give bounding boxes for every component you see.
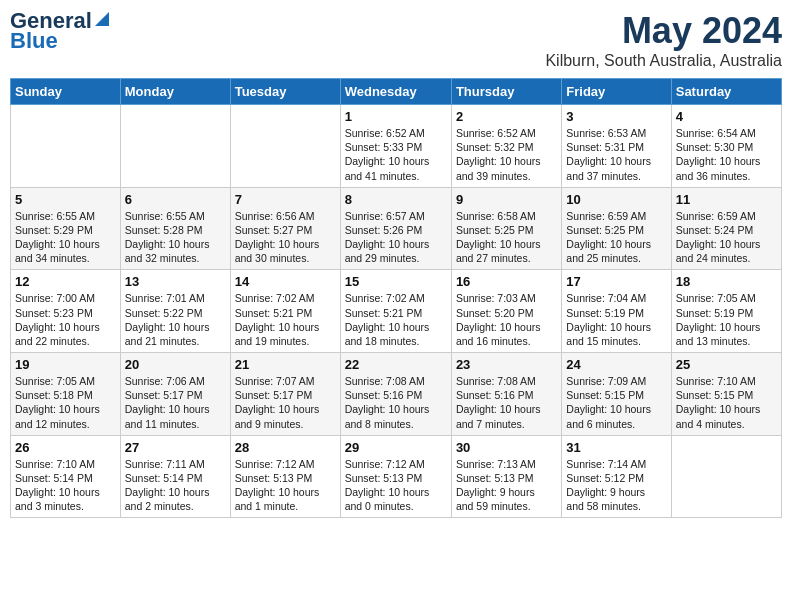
day-info: Sunrise: 7:12 AM Sunset: 5:13 PM Dayligh… [345, 457, 447, 514]
calendar-cell: 26Sunrise: 7:10 AM Sunset: 5:14 PM Dayli… [11, 435, 121, 518]
svg-marker-0 [95, 12, 109, 26]
day-info: Sunrise: 7:07 AM Sunset: 5:17 PM Dayligh… [235, 374, 336, 431]
col-header-thursday: Thursday [451, 79, 561, 105]
day-info: Sunrise: 7:13 AM Sunset: 5:13 PM Dayligh… [456, 457, 557, 514]
day-number: 28 [235, 440, 336, 455]
calendar-cell: 7Sunrise: 6:56 AM Sunset: 5:27 PM Daylig… [230, 187, 340, 270]
col-header-saturday: Saturday [671, 79, 781, 105]
calendar-cell: 2Sunrise: 6:52 AM Sunset: 5:32 PM Daylig… [451, 105, 561, 188]
day-info: Sunrise: 6:56 AM Sunset: 5:27 PM Dayligh… [235, 209, 336, 266]
calendar-cell: 10Sunrise: 6:59 AM Sunset: 5:25 PM Dayli… [562, 187, 671, 270]
day-info: Sunrise: 6:58 AM Sunset: 5:25 PM Dayligh… [456, 209, 557, 266]
day-info: Sunrise: 6:55 AM Sunset: 5:28 PM Dayligh… [125, 209, 226, 266]
day-number: 12 [15, 274, 116, 289]
day-info: Sunrise: 7:00 AM Sunset: 5:23 PM Dayligh… [15, 291, 116, 348]
calendar-cell: 29Sunrise: 7:12 AM Sunset: 5:13 PM Dayli… [340, 435, 451, 518]
col-header-monday: Monday [120, 79, 230, 105]
calendar-cell: 24Sunrise: 7:09 AM Sunset: 5:15 PM Dayli… [562, 353, 671, 436]
day-number: 19 [15, 357, 116, 372]
day-info: Sunrise: 6:59 AM Sunset: 5:25 PM Dayligh… [566, 209, 666, 266]
calendar-cell: 25Sunrise: 7:10 AM Sunset: 5:15 PM Dayli… [671, 353, 781, 436]
day-number: 26 [15, 440, 116, 455]
calendar-cell: 27Sunrise: 7:11 AM Sunset: 5:14 PM Dayli… [120, 435, 230, 518]
day-info: Sunrise: 6:52 AM Sunset: 5:32 PM Dayligh… [456, 126, 557, 183]
day-info: Sunrise: 7:12 AM Sunset: 5:13 PM Dayligh… [235, 457, 336, 514]
month-year-title: May 2024 [545, 10, 782, 52]
calendar-cell [120, 105, 230, 188]
calendar-cell: 20Sunrise: 7:06 AM Sunset: 5:17 PM Dayli… [120, 353, 230, 436]
calendar-cell: 22Sunrise: 7:08 AM Sunset: 5:16 PM Dayli… [340, 353, 451, 436]
calendar-cell [671, 435, 781, 518]
calendar-cell: 11Sunrise: 6:59 AM Sunset: 5:24 PM Dayli… [671, 187, 781, 270]
calendar-cell: 31Sunrise: 7:14 AM Sunset: 5:12 PM Dayli… [562, 435, 671, 518]
calendar-cell: 18Sunrise: 7:05 AM Sunset: 5:19 PM Dayli… [671, 270, 781, 353]
day-number: 3 [566, 109, 666, 124]
day-info: Sunrise: 7:14 AM Sunset: 5:12 PM Dayligh… [566, 457, 666, 514]
header-row: SundayMondayTuesdayWednesdayThursdayFrid… [11, 79, 782, 105]
day-number: 21 [235, 357, 336, 372]
calendar-cell: 14Sunrise: 7:02 AM Sunset: 5:21 PM Dayli… [230, 270, 340, 353]
day-number: 14 [235, 274, 336, 289]
calendar-cell: 1Sunrise: 6:52 AM Sunset: 5:33 PM Daylig… [340, 105, 451, 188]
day-number: 16 [456, 274, 557, 289]
day-info: Sunrise: 7:09 AM Sunset: 5:15 PM Dayligh… [566, 374, 666, 431]
location-subtitle: Kilburn, South Australia, Australia [545, 52, 782, 70]
col-header-sunday: Sunday [11, 79, 121, 105]
day-info: Sunrise: 7:01 AM Sunset: 5:22 PM Dayligh… [125, 291, 226, 348]
day-info: Sunrise: 6:53 AM Sunset: 5:31 PM Dayligh… [566, 126, 666, 183]
calendar-cell: 13Sunrise: 7:01 AM Sunset: 5:22 PM Dayli… [120, 270, 230, 353]
logo: General Blue [10, 10, 111, 52]
day-number: 13 [125, 274, 226, 289]
col-header-friday: Friday [562, 79, 671, 105]
calendar-cell: 17Sunrise: 7:04 AM Sunset: 5:19 PM Dayli… [562, 270, 671, 353]
calendar-cell [11, 105, 121, 188]
day-info: Sunrise: 7:10 AM Sunset: 5:14 PM Dayligh… [15, 457, 116, 514]
day-info: Sunrise: 6:54 AM Sunset: 5:30 PM Dayligh… [676, 126, 777, 183]
day-info: Sunrise: 7:08 AM Sunset: 5:16 PM Dayligh… [456, 374, 557, 431]
calendar-cell: 5Sunrise: 6:55 AM Sunset: 5:29 PM Daylig… [11, 187, 121, 270]
day-info: Sunrise: 6:59 AM Sunset: 5:24 PM Dayligh… [676, 209, 777, 266]
day-info: Sunrise: 7:04 AM Sunset: 5:19 PM Dayligh… [566, 291, 666, 348]
day-number: 22 [345, 357, 447, 372]
day-number: 11 [676, 192, 777, 207]
day-number: 6 [125, 192, 226, 207]
calendar-cell: 15Sunrise: 7:02 AM Sunset: 5:21 PM Dayli… [340, 270, 451, 353]
day-number: 24 [566, 357, 666, 372]
day-number: 31 [566, 440, 666, 455]
day-info: Sunrise: 7:10 AM Sunset: 5:15 PM Dayligh… [676, 374, 777, 431]
calendar-table: SundayMondayTuesdayWednesdayThursdayFrid… [10, 78, 782, 518]
day-info: Sunrise: 7:05 AM Sunset: 5:19 PM Dayligh… [676, 291, 777, 348]
day-number: 8 [345, 192, 447, 207]
day-number: 20 [125, 357, 226, 372]
week-row-1: 1Sunrise: 6:52 AM Sunset: 5:33 PM Daylig… [11, 105, 782, 188]
col-header-tuesday: Tuesday [230, 79, 340, 105]
calendar-cell: 3Sunrise: 6:53 AM Sunset: 5:31 PM Daylig… [562, 105, 671, 188]
day-number: 27 [125, 440, 226, 455]
calendar-cell: 9Sunrise: 6:58 AM Sunset: 5:25 PM Daylig… [451, 187, 561, 270]
logo-blue-text: Blue [10, 28, 58, 53]
day-number: 2 [456, 109, 557, 124]
calendar-cell: 19Sunrise: 7:05 AM Sunset: 5:18 PM Dayli… [11, 353, 121, 436]
calendar-cell: 21Sunrise: 7:07 AM Sunset: 5:17 PM Dayli… [230, 353, 340, 436]
calendar-cell: 30Sunrise: 7:13 AM Sunset: 5:13 PM Dayli… [451, 435, 561, 518]
day-number: 30 [456, 440, 557, 455]
day-info: Sunrise: 6:55 AM Sunset: 5:29 PM Dayligh… [15, 209, 116, 266]
page-header: General Blue May 2024 Kilburn, South Aus… [10, 10, 782, 70]
calendar-cell: 16Sunrise: 7:03 AM Sunset: 5:20 PM Dayli… [451, 270, 561, 353]
day-number: 5 [15, 192, 116, 207]
day-info: Sunrise: 7:08 AM Sunset: 5:16 PM Dayligh… [345, 374, 447, 431]
day-number: 1 [345, 109, 447, 124]
week-row-4: 19Sunrise: 7:05 AM Sunset: 5:18 PM Dayli… [11, 353, 782, 436]
title-area: May 2024 Kilburn, South Australia, Austr… [545, 10, 782, 70]
day-info: Sunrise: 7:02 AM Sunset: 5:21 PM Dayligh… [345, 291, 447, 348]
day-info: Sunrise: 7:03 AM Sunset: 5:20 PM Dayligh… [456, 291, 557, 348]
calendar-cell: 23Sunrise: 7:08 AM Sunset: 5:16 PM Dayli… [451, 353, 561, 436]
week-row-5: 26Sunrise: 7:10 AM Sunset: 5:14 PM Dayli… [11, 435, 782, 518]
calendar-cell: 28Sunrise: 7:12 AM Sunset: 5:13 PM Dayli… [230, 435, 340, 518]
day-info: Sunrise: 7:11 AM Sunset: 5:14 PM Dayligh… [125, 457, 226, 514]
calendar-cell: 12Sunrise: 7:00 AM Sunset: 5:23 PM Dayli… [11, 270, 121, 353]
logo-arrow-icon [93, 10, 111, 28]
calendar-cell: 4Sunrise: 6:54 AM Sunset: 5:30 PM Daylig… [671, 105, 781, 188]
day-number: 29 [345, 440, 447, 455]
calendar-cell: 6Sunrise: 6:55 AM Sunset: 5:28 PM Daylig… [120, 187, 230, 270]
